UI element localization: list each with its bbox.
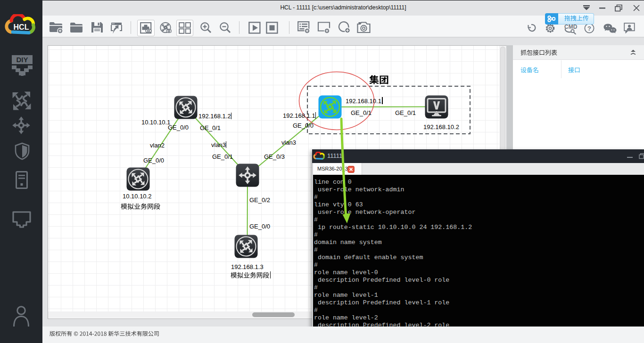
svg-text:?: ? [587,25,591,32]
svg-text:HCL: HCL [14,23,29,31]
svg-text:DIY: DIY [16,56,28,64]
